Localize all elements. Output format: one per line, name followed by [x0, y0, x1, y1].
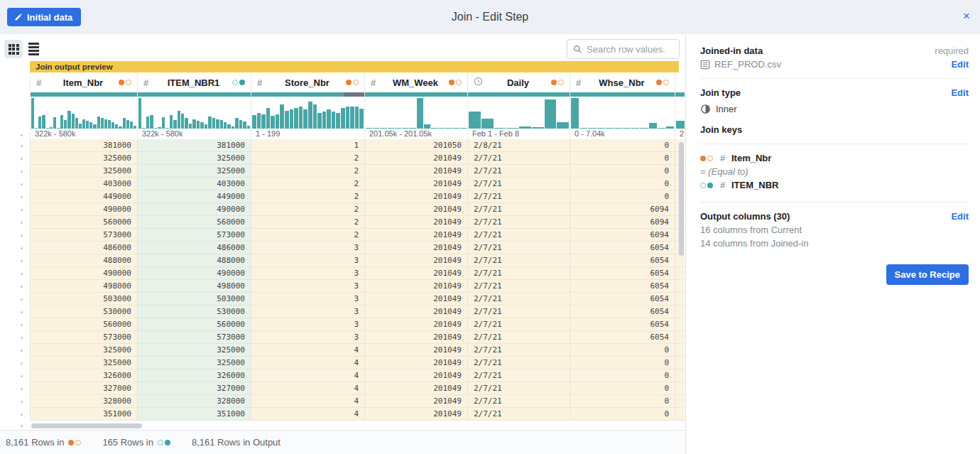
table-cell[interactable]: 201050	[364, 139, 467, 152]
table-cell[interactable]: 573000	[30, 229, 137, 242]
histogram-bar[interactable]	[216, 119, 219, 129]
table-cell[interactable]: 490000	[137, 267, 251, 280]
table-row[interactable]: 32700032700042010492/7/210	[30, 382, 685, 395]
table-cell[interactable]: 201049	[364, 382, 467, 395]
table-cell[interactable]: 328000	[30, 395, 137, 408]
table-cell[interactable]: 2/7/21	[467, 229, 570, 242]
table-cell[interactable]: 3	[251, 254, 364, 267]
histogram-bar[interactable]	[239, 120, 242, 129]
table-cell[interactable]: 2/7/21	[467, 395, 570, 408]
table-cell[interactable]: 201049	[364, 190, 467, 203]
histogram-bar[interactable]	[294, 108, 298, 129]
table-cell[interactable]: 6054	[570, 331, 675, 344]
table-cell[interactable]: 3	[251, 331, 364, 344]
histogram-bar[interactable]	[192, 119, 195, 129]
table-cell[interactable]	[675, 280, 685, 293]
histogram-bar[interactable]	[104, 119, 107, 129]
histogram-bar[interactable]	[252, 115, 256, 129]
table-cell[interactable]: 4	[251, 357, 364, 369]
table-cell[interactable]: 2/7/21	[467, 369, 570, 382]
vertical-scrollbar[interactable]	[679, 142, 684, 256]
table-row[interactable]: 49800049800032010492/7/216054	[30, 280, 685, 293]
table-cell[interactable]: 2	[251, 203, 364, 216]
table-cell[interactable]: 0	[570, 369, 675, 382]
table-cell[interactable]: 490000	[30, 267, 137, 280]
table-cell[interactable]: 325000	[30, 344, 137, 357]
histogram-bar[interactable]	[162, 117, 165, 129]
table-cell[interactable]: 3	[251, 293, 364, 306]
table-cell[interactable]: 6054	[570, 306, 675, 318]
column-header-Store_Nbr[interactable]: #Store_Nbr1 - 199	[251, 72, 364, 139]
table-cell[interactable]: 325000	[30, 152, 137, 165]
histogram-bar[interactable]	[276, 114, 280, 129]
table-cell[interactable]: 490000	[137, 203, 251, 216]
table-cell[interactable]: 486000	[137, 242, 251, 254]
table-cell[interactable]: 201049	[364, 318, 467, 331]
table-cell[interactable]: 6054	[570, 318, 675, 331]
histogram-bar[interactable]	[266, 108, 271, 129]
table-row[interactable]: 32800032800042010492/7/210	[30, 395, 685, 408]
histogram-bar[interactable]	[173, 120, 176, 129]
table-cell[interactable]: 449000	[137, 190, 251, 203]
close-icon[interactable]: ×	[963, 9, 970, 23]
table-row[interactable]: 57300057300022010492/7/216094	[30, 229, 685, 242]
table-row[interactable]: 57300057300032010492/7/216054	[30, 331, 685, 344]
table-cell[interactable]: 201049	[364, 216, 467, 229]
table-cell[interactable]: 573000	[137, 331, 251, 344]
table-cell[interactable]: 2	[251, 165, 364, 178]
table-cell[interactable]: 3	[251, 306, 364, 318]
histogram-bar[interactable]	[257, 113, 261, 129]
histogram-bar[interactable]	[359, 109, 364, 129]
table-cell[interactable]	[675, 267, 685, 280]
table-cell[interactable]	[675, 293, 685, 306]
table-cell[interactable]: 2/7/21	[467, 408, 570, 421]
histogram-bar[interactable]	[126, 120, 129, 129]
table-row[interactable]: 38100038100012010502/8/210	[30, 139, 685, 152]
table-cell[interactable]: 201049	[364, 306, 467, 318]
table-row[interactable]: 40300040300022010492/7/210	[30, 178, 685, 190]
table-row[interactable]: 32500032500042010492/7/210	[30, 344, 685, 357]
save-to-recipe-button[interactable]: Save to Recipe	[886, 264, 969, 285]
histogram-bar[interactable]	[469, 112, 481, 129]
table-cell[interactable]: 3	[251, 318, 364, 331]
histogram-bar[interactable]	[649, 123, 657, 129]
table-cell[interactable]: 328000	[137, 395, 251, 408]
table-cell[interactable]: 2/7/21	[467, 344, 570, 357]
table-cell[interactable]: 0	[570, 152, 675, 165]
histogram-bar[interactable]	[75, 118, 78, 129]
table-cell[interactable]: 325000	[137, 165, 251, 178]
table-cell[interactable]: 2/7/21	[467, 280, 570, 293]
histogram-bar[interactable]	[189, 124, 192, 129]
table-cell[interactable]: 573000	[137, 229, 251, 242]
column-header-Whse_Nbr[interactable]: #Whse_Nbr0 - 7.04k	[570, 72, 675, 139]
table-cell[interactable]: 201049	[364, 267, 467, 280]
histogram-bar[interactable]	[97, 117, 100, 129]
histogram-bar[interactable]	[138, 98, 141, 129]
table-row[interactable]: 32600032600042010492/7/210	[30, 369, 685, 382]
histogram-bar[interactable]	[346, 107, 350, 129]
table-cell[interactable]	[675, 382, 685, 395]
table-cell[interactable]	[675, 306, 685, 318]
histogram-bar[interactable]	[101, 118, 104, 129]
column-histogram[interactable]	[570, 97, 675, 129]
table-cell[interactable]: 2/7/21	[467, 178, 570, 190]
table-cell[interactable]: 2/7/21	[467, 254, 570, 267]
table-cell[interactable]: 503000	[137, 293, 251, 306]
table-cell[interactable]: 3	[251, 242, 364, 254]
table-cell[interactable]: 2/7/21	[467, 306, 570, 318]
table-row[interactable]: 56000056000032010492/7/216054	[30, 318, 685, 331]
table-cell[interactable]: 2/7/21	[467, 242, 570, 254]
table-cell[interactable]: 488000	[137, 254, 251, 267]
table-cell[interactable]: 1	[251, 139, 364, 152]
edit-joined-in-link[interactable]: Edit	[951, 59, 969, 70]
histogram-bar[interactable]	[123, 118, 126, 129]
table-cell[interactable]: 201049	[364, 357, 467, 369]
table-cell[interactable]: 201049	[364, 254, 467, 267]
table-row[interactable]: 49000049000032010492/7/216054	[30, 267, 685, 280]
table-cell[interactable]: 325000	[30, 165, 137, 178]
table-cell[interactable]: 4	[251, 369, 364, 382]
table-cell[interactable]: 6094	[570, 203, 675, 216]
table-cell[interactable]: 2/7/21	[467, 293, 570, 306]
table-cell[interactable]: 201049	[364, 293, 467, 306]
table-cell[interactable]: 327000	[30, 382, 137, 395]
